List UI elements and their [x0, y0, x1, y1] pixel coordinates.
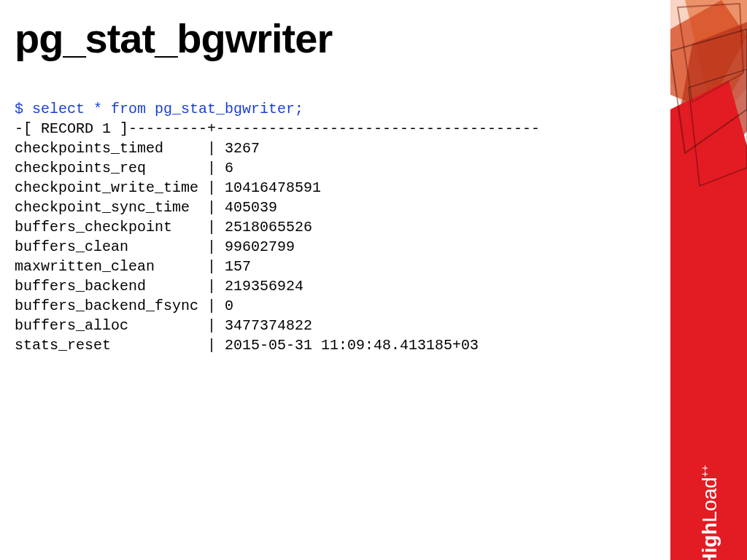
slide: pg_stat_bgwriter $ select * from pg_stat…: [0, 0, 747, 560]
prompt: $: [15, 101, 32, 117]
brand-logo: hl HighLoad++: [695, 465, 722, 560]
sql-query: select * from pg_stat_bgwriter;: [32, 101, 303, 117]
side-strip-solid: hl HighLoad++: [670, 190, 747, 560]
decorative-geometry: [670, 0, 747, 190]
side-strip: hl HighLoad++: [670, 0, 747, 560]
terminal-output: $ select * from pg_stat_bgwriter; -[ REC…: [15, 79, 659, 355]
logo-text: HighLoad++: [697, 465, 721, 560]
record-rows: checkpoints_timed | 3267 checkpoints_req…: [15, 140, 479, 354]
record-header: -[ RECORD 1 ]---------+-----------------…: [15, 120, 540, 137]
page-title: pg_stat_bgwriter: [15, 15, 659, 62]
slide-content: pg_stat_bgwriter $ select * from pg_stat…: [15, 15, 659, 355]
